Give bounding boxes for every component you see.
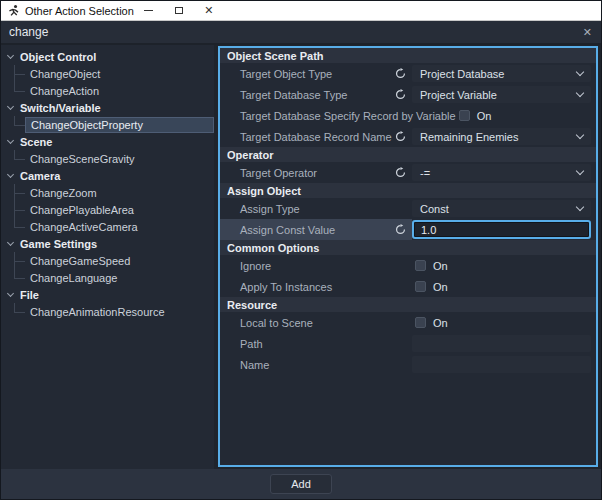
close-button[interactable]: ✕	[194, 1, 224, 21]
revert-icon[interactable]	[395, 89, 406, 100]
apply-to-instances-checkbox[interactable]	[415, 281, 426, 292]
assign-const-value-input[interactable]	[412, 220, 591, 239]
property-label: Apply To Instances	[220, 281, 412, 293]
chevron-down-icon	[576, 131, 584, 139]
target-operator-dropdown[interactable]: -=	[412, 164, 591, 181]
tree-group-switch-variable[interactable]: Switch/Variable	[1, 99, 214, 116]
local-to-scene-checkbox[interactable]	[415, 317, 426, 328]
property-label: Name	[220, 359, 412, 371]
property-row-ignore: Ignore On	[220, 255, 596, 276]
tree-item-changeactivecamera[interactable]: ChangeActiveCamera	[1, 218, 214, 235]
property-label: Target Database Specify Record by Variab…	[220, 110, 456, 122]
section-operator: Operator	[220, 147, 596, 162]
property-label: Target Database Type	[220, 89, 395, 101]
tree-item-changelanguage[interactable]: ChangeLanguage	[1, 269, 214, 286]
revert-icon[interactable]	[395, 131, 406, 142]
action-tree: Object Control ChangeObject ChangeAction…	[1, 45, 214, 469]
target-database-type-dropdown[interactable]: Project Variable	[412, 86, 591, 103]
chevron-down-icon	[7, 239, 14, 246]
chevron-down-icon	[7, 103, 14, 110]
chevron-down-icon	[576, 203, 584, 211]
section-common-options: Common Options	[220, 240, 596, 255]
revert-icon[interactable]	[395, 167, 406, 178]
property-row-assign-type: Assign Type Const	[220, 198, 596, 219]
tree-group-object-control[interactable]: Object Control	[1, 48, 214, 65]
assign-type-dropdown[interactable]: Const	[412, 200, 591, 217]
minimize-icon	[144, 10, 153, 11]
minimize-button[interactable]	[134, 1, 164, 21]
chevron-down-icon	[7, 137, 14, 144]
property-label: Assign Type	[220, 203, 412, 215]
section-resource: Resource	[220, 297, 596, 312]
record-name-dropdown[interactable]: Remaining Enemies	[412, 128, 591, 145]
revert-icon[interactable]	[395, 68, 406, 79]
property-row-target-operator: Target Operator -=	[220, 162, 596, 183]
tree-group-file[interactable]: File	[1, 286, 214, 303]
search-bar: ✕	[1, 21, 601, 45]
chevron-down-icon	[7, 52, 14, 59]
dialog-footer: Add	[1, 469, 601, 499]
add-button[interactable]: Add	[270, 474, 332, 494]
section-assign-object: Assign Object	[220, 183, 596, 198]
section-object-scene-path: Object Scene Path	[220, 48, 596, 63]
property-label: Local to Scene	[220, 317, 412, 329]
path-field[interactable]	[412, 335, 591, 352]
tree-group-game-settings[interactable]: Game Settings	[1, 235, 214, 252]
chevron-down-icon	[576, 89, 584, 97]
tree-item-changeaction[interactable]: ChangeAction	[1, 82, 214, 99]
tree-group-camera[interactable]: Camera	[1, 167, 214, 184]
property-row-apply-to-instances: Apply To Instances On	[220, 276, 596, 297]
maximize-icon	[175, 7, 183, 14]
chevron-down-icon	[576, 68, 584, 76]
property-row-target-object-type: Target Object Type Project Database	[220, 63, 596, 84]
revert-icon[interactable]	[395, 224, 406, 235]
dialog-content: Object Control ChangeObject ChangeAction…	[1, 45, 601, 469]
tree-item-changeobjectproperty[interactable]: ChangeObjectProperty	[1, 116, 214, 133]
property-row-target-database-record-name: Target Database Record Name Remaining En…	[220, 126, 596, 147]
tree-item-changeanimationresource[interactable]: ChangeAnimationResource	[1, 303, 214, 320]
name-field[interactable]	[412, 356, 591, 373]
property-row-target-database-type: Target Database Type Project Variable	[220, 84, 596, 105]
titlebar[interactable]: Other Action Selection ✕	[1, 1, 601, 21]
tree-item-changeplayablearea[interactable]: ChangePlayableArea	[1, 201, 214, 218]
property-row-assign-const-value: Assign Const Value	[220, 219, 596, 240]
other-action-selection-dialog: Other Action Selection ✕ ✕ Object Contro…	[0, 0, 602, 500]
property-label: Path	[220, 338, 412, 350]
tree-item-changegamespeed[interactable]: ChangeGameSpeed	[1, 252, 214, 269]
ignore-checkbox[interactable]	[415, 260, 426, 271]
search-input[interactable]	[1, 25, 574, 39]
property-label: Target Database Record Name	[220, 131, 395, 143]
property-row-path: Path	[220, 333, 596, 354]
inspector-empty-space	[220, 375, 596, 465]
tree-group-scene[interactable]: Scene	[1, 133, 214, 150]
specify-record-checkbox[interactable]	[459, 110, 470, 121]
window-title: Other Action Selection	[25, 5, 134, 17]
property-label: Target Object Type	[220, 68, 395, 80]
target-object-type-dropdown[interactable]: Project Database	[412, 65, 591, 82]
chevron-down-icon	[7, 171, 14, 178]
property-label: Target Operator	[220, 167, 395, 179]
property-row-specify-record-by-variable: Target Database Specify Record by Variab…	[220, 105, 596, 126]
tree-item-changescenegravity[interactable]: ChangeSceneGravity	[1, 150, 214, 167]
property-label: Ignore	[220, 260, 412, 272]
tree-item-changezoom[interactable]: ChangeZoom	[1, 184, 214, 201]
property-row-local-to-scene: Local to Scene On	[220, 312, 596, 333]
property-inspector: Object Scene Path Target Object Type Pro…	[218, 46, 598, 467]
property-row-name: Name	[220, 354, 596, 375]
runner-action-icon	[7, 4, 20, 17]
clear-search-icon[interactable]: ✕	[574, 26, 601, 39]
property-label: Assign Const Value	[220, 224, 395, 236]
tree-item-changeobject[interactable]: ChangeObject	[1, 65, 214, 82]
chevron-down-icon	[576, 167, 584, 175]
maximize-button[interactable]	[164, 1, 194, 21]
chevron-down-icon	[7, 290, 14, 297]
